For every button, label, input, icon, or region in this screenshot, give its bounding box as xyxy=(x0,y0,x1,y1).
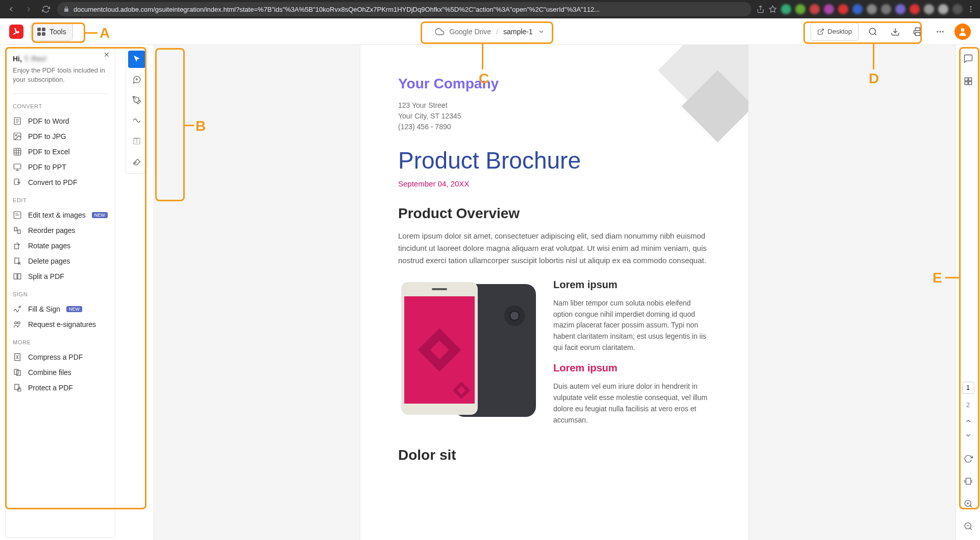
pdf-to-excel[interactable]: PDF to Excel xyxy=(13,144,108,159)
cloud-icon xyxy=(435,27,444,36)
reorder-pages[interactable]: Reorder pages xyxy=(13,223,108,238)
search-icon[interactable] xyxy=(865,24,881,40)
text-tool-icon[interactable] xyxy=(128,132,145,150)
close-icon[interactable]: ✕ xyxy=(104,51,110,59)
compress-icon xyxy=(13,353,22,362)
excel-icon xyxy=(13,147,22,156)
document-canvas[interactable]: Your Company 123 Your Street Your City, … xyxy=(153,45,955,540)
chevron-down-icon[interactable] xyxy=(538,28,545,35)
sub-heading-2: Lorem ipsum xyxy=(553,362,710,374)
fit-page-icon[interactable] xyxy=(960,473,977,490)
rotate-icon xyxy=(13,241,22,250)
comments-panel-icon[interactable] xyxy=(960,50,977,67)
svg-point-8 xyxy=(961,28,965,32)
acrobat-logo-icon[interactable] xyxy=(9,25,23,39)
svg-point-1 xyxy=(970,6,972,8)
svg-rect-25 xyxy=(14,369,18,374)
breadcrumb-file[interactable]: sample-1 xyxy=(503,28,533,36)
forward-icon[interactable] xyxy=(22,3,35,15)
ext-icon[interactable] xyxy=(895,4,905,14)
draw-tool-icon[interactable] xyxy=(128,112,145,129)
svg-rect-20 xyxy=(14,274,17,279)
avatar[interactable] xyxy=(954,24,971,40)
ext-icon[interactable] xyxy=(852,4,863,14)
address-bar[interactable]: documentcloud.adobe.com/gsuiteintegratio… xyxy=(57,2,751,16)
scroll-down-icon[interactable] xyxy=(960,431,977,440)
ext-icon[interactable] xyxy=(824,4,834,14)
combine-files[interactable]: Combine files xyxy=(13,365,108,380)
topbar-right: Desktop xyxy=(811,22,971,41)
combine-icon xyxy=(13,368,22,377)
tools-label: Tools xyxy=(50,28,66,36)
erase-tool-icon[interactable] xyxy=(128,153,145,170)
split-section: Lorem ipsum Nam liber tempor cum soluta … xyxy=(398,279,710,435)
ext-icon[interactable] xyxy=(838,4,848,14)
breadcrumb-separator: / xyxy=(496,28,498,36)
svg-rect-27 xyxy=(15,385,19,390)
ext-icon[interactable] xyxy=(881,4,891,14)
svg-point-5 xyxy=(937,31,938,32)
star-icon[interactable] xyxy=(769,5,777,13)
new-badge: NEW xyxy=(66,306,82,312)
thumbnails-icon[interactable] xyxy=(960,73,977,90)
comment-tool-icon[interactable] xyxy=(128,71,145,88)
svg-rect-32 xyxy=(965,82,968,85)
svg-point-4 xyxy=(869,28,875,34)
ext-icon[interactable] xyxy=(924,4,934,14)
delete-icon xyxy=(13,256,22,266)
split-icon xyxy=(13,272,22,281)
svg-rect-17 xyxy=(18,230,20,234)
highlight-tool-icon[interactable] xyxy=(128,91,145,109)
ext-icon[interactable] xyxy=(867,4,877,14)
zoom-out-icon[interactable] xyxy=(960,518,977,535)
zoom-in-icon[interactable] xyxy=(960,495,977,512)
ext-icon[interactable] xyxy=(938,4,948,14)
kebab-icon[interactable] xyxy=(967,5,975,13)
ext-icon[interactable] xyxy=(810,4,820,14)
section-sign-header: SIGN xyxy=(13,291,108,297)
protect-pdf[interactable]: Protect a PDF xyxy=(13,380,108,395)
compress-pdf[interactable]: Compress a PDF xyxy=(13,349,108,365)
fill-sign[interactable]: Fill & SignNEW xyxy=(13,301,108,317)
open-desktop-button[interactable]: Desktop xyxy=(811,22,859,41)
reorder-icon xyxy=(13,226,22,235)
page-current[interactable]: 1 xyxy=(962,382,974,394)
page-total: 2 xyxy=(966,399,970,411)
section-edit-header: EDIT xyxy=(13,197,108,203)
right-rail: 1 2 xyxy=(955,45,980,540)
print-icon[interactable] xyxy=(910,24,926,40)
pdf-to-word[interactable]: PDF to Word xyxy=(13,113,108,129)
svg-rect-26 xyxy=(17,371,21,376)
reload-icon[interactable] xyxy=(40,3,52,15)
share-icon[interactable] xyxy=(756,5,765,13)
pdf-to-ppt[interactable]: PDF to PPT xyxy=(13,159,108,175)
tools-button[interactable]: Tools xyxy=(31,22,73,41)
scroll-up-icon[interactable] xyxy=(960,416,977,426)
breadcrumb-drive[interactable]: Google Drive xyxy=(449,28,491,36)
esign-icon xyxy=(13,320,22,329)
back-icon[interactable] xyxy=(5,3,17,15)
svg-point-3 xyxy=(970,11,972,12)
pdf-to-jpg[interactable]: PDF to JPG xyxy=(13,129,108,144)
svg-point-23 xyxy=(18,322,20,324)
more-icon[interactable] xyxy=(932,24,948,40)
ext-icon[interactable] xyxy=(910,4,920,14)
rotate-view-icon[interactable] xyxy=(960,450,977,467)
ext-icon[interactable] xyxy=(795,4,805,14)
edit-text-images[interactable]: Edit text & imagesNEW xyxy=(13,207,108,223)
vertical-toolbar xyxy=(126,47,148,174)
convert-icon xyxy=(13,178,22,187)
split-pdf[interactable]: Split a PDF xyxy=(13,269,108,284)
request-signatures[interactable]: Request e-signatures xyxy=(13,317,108,332)
select-tool-icon[interactable] xyxy=(128,51,145,68)
download-icon[interactable] xyxy=(887,24,903,40)
dolor-heading: Dolor sit xyxy=(398,447,710,463)
protect-icon xyxy=(13,383,22,392)
ext-icon[interactable] xyxy=(952,4,963,14)
svg-rect-33 xyxy=(968,82,971,85)
pdf-page: Your Company 123 Your Street Your City, … xyxy=(360,45,748,540)
rotate-pages[interactable]: Rotate pages xyxy=(13,238,108,253)
convert-to-pdf[interactable]: Convert to PDF xyxy=(13,175,108,190)
ext-icon[interactable] xyxy=(781,4,791,14)
delete-pages[interactable]: Delete pages xyxy=(13,253,108,269)
